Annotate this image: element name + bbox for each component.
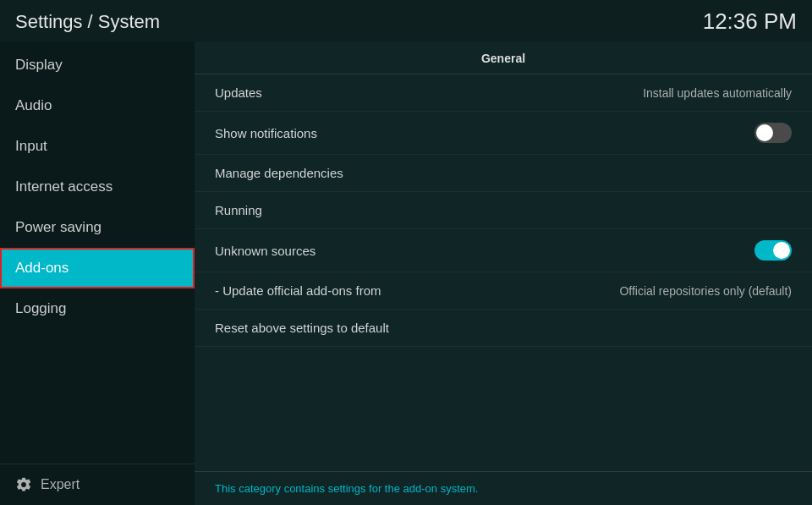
sidebar-footer[interactable]: Expert <box>0 464 195 505</box>
toggle-unknown-sources[interactable] <box>754 240 792 261</box>
settings-list: UpdatesInstall updates automaticallyShow… <box>195 74 812 347</box>
toggle-knob-show-notifications <box>756 124 773 141</box>
settings-content: General UpdatesInstall updates automatic… <box>195 41 812 471</box>
section-header: General <box>195 41 812 74</box>
main-layout: DisplayAudioInputInternet accessPower sa… <box>0 41 812 505</box>
setting-label-running: Running <box>215 203 262 217</box>
setting-row-update-official-addons[interactable]: - Update official add-ons fromOfficial r… <box>195 272 812 310</box>
setting-row-running[interactable]: Running <box>195 192 812 229</box>
sidebar-item-display[interactable]: Display <box>0 45 195 85</box>
setting-row-updates[interactable]: UpdatesInstall updates automatically <box>195 74 812 112</box>
gear-icon <box>15 476 32 493</box>
content-area: General UpdatesInstall updates automatic… <box>195 41 812 505</box>
header: Settings / System 12:36 PM <box>0 0 812 41</box>
toggle-show-notifications[interactable] <box>754 123 792 143</box>
setting-value-updates: Install updates automatically <box>643 86 792 100</box>
toggle-knob-unknown-sources <box>773 242 790 259</box>
sidebar-item-audio[interactable]: Audio <box>0 85 195 126</box>
content-footer: This category contains settings for the … <box>195 471 812 505</box>
setting-label-show-notifications: Show notifications <box>215 126 317 140</box>
setting-row-manage-dependencies[interactable]: Manage dependencies <box>195 155 812 192</box>
setting-label-update-official-addons: - Update official add-ons from <box>215 283 381 298</box>
setting-value-update-official-addons: Official repositories only (default) <box>619 284 792 298</box>
sidebar-item-add-ons[interactable]: Add-ons <box>0 248 195 288</box>
setting-label-manage-dependencies: Manage dependencies <box>215 166 343 180</box>
sidebar: DisplayAudioInputInternet accessPower sa… <box>0 41 195 505</box>
setting-row-unknown-sources[interactable]: Unknown sources <box>195 229 812 272</box>
setting-row-show-notifications[interactable]: Show notifications <box>195 112 812 155</box>
sidebar-nav: DisplayAudioInputInternet accessPower sa… <box>0 41 195 329</box>
setting-label-updates: Updates <box>215 85 262 100</box>
expert-label: Expert <box>41 477 80 492</box>
sidebar-item-power-saving[interactable]: Power saving <box>0 207 195 248</box>
footer-description: This category contains settings for the … <box>215 482 478 495</box>
setting-row-reset-settings[interactable]: Reset above settings to default <box>195 310 812 347</box>
page-title: Settings / System <box>15 11 160 33</box>
clock: 12:36 PM <box>703 8 797 35</box>
sidebar-item-internet-access[interactable]: Internet access <box>0 167 195 207</box>
setting-label-unknown-sources: Unknown sources <box>215 244 315 258</box>
sidebar-item-logging[interactable]: Logging <box>0 288 195 329</box>
sidebar-item-input[interactable]: Input <box>0 126 195 167</box>
setting-label-reset-settings: Reset above settings to default <box>215 321 389 335</box>
